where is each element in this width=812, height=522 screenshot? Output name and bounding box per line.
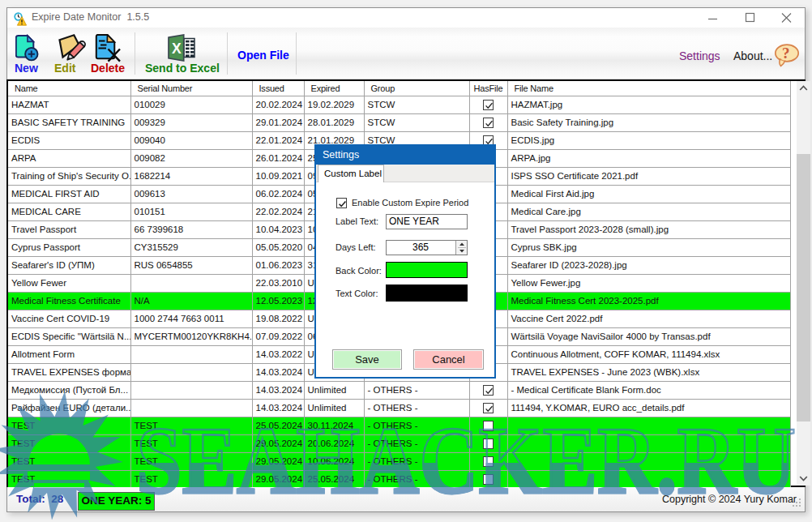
svg-text:X: X — [172, 41, 182, 57]
svg-text:?: ? — [782, 45, 790, 62]
